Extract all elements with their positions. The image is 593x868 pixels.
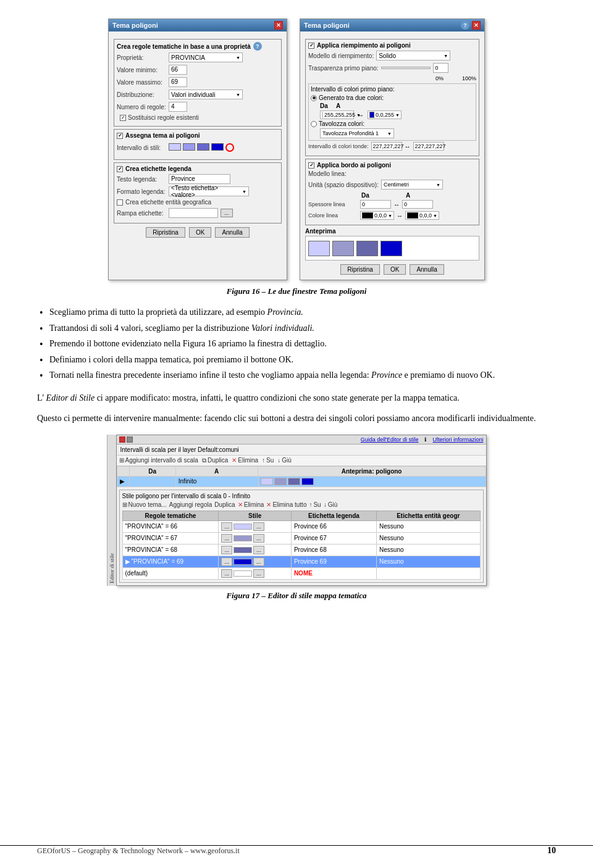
- fill-checkbox[interactable]: [308, 43, 314, 49]
- geo-66: Nessuno: [377, 520, 480, 532]
- scale-preview-cell: [258, 476, 486, 486]
- fill-section: Applica riempimento ai poligoni Modello …: [305, 39, 479, 156]
- editor-win-controls: [119, 436, 133, 443]
- left-ok-btn[interactable]: OK: [189, 227, 211, 238]
- left-dialog-buttons: Ripristina OK Annulla: [114, 227, 282, 238]
- a-color-input[interactable]: 0,0,255 ▼: [368, 111, 402, 119]
- scale-row[interactable]: ▶ Infinito: [117, 476, 486, 486]
- prop-select[interactable]: PROVINCIA ▼: [169, 52, 243, 62]
- dup-rule-btn[interactable]: Duplica: [214, 501, 235, 508]
- radio1-btn[interactable]: [311, 95, 317, 101]
- style-btn-67[interactable]: ...: [221, 534, 232, 543]
- legend-text-group: Testo legenda: Province: [117, 174, 279, 184]
- model-select[interactable]: Solido ▼: [376, 51, 450, 61]
- assign-checkbox[interactable]: [117, 133, 123, 139]
- info-link[interactable]: Ulteriori informazioni: [432, 436, 483, 443]
- border-title: Applica bordo ai poligoni: [308, 162, 476, 169]
- round-input2[interactable]: 227,227,227: [413, 142, 444, 151]
- style-btn-68[interactable]: ...: [221, 546, 232, 554]
- unit-group: Unità (spazio dispositivo): Centimetri ▼: [308, 180, 476, 190]
- style-66: ... ...: [219, 520, 291, 532]
- left-annulla-btn[interactable]: Annulla: [215, 227, 249, 238]
- transp-slider[interactable]: [381, 67, 431, 69]
- unit-select[interactable]: Centimetri ▼: [381, 180, 443, 190]
- ramp-label: Rampa etichette:: [117, 210, 166, 217]
- border-checkbox[interactable]: [308, 162, 314, 169]
- section-assign: Assegna tema ai poligoni Intervallo di s…: [114, 129, 282, 160]
- para2: Questo ci permette di intervenire manual…: [37, 412, 556, 425]
- guide-link[interactable]: Guida dell'Editor di stile: [361, 436, 419, 443]
- ramp-btn[interactable]: ...: [221, 209, 233, 217]
- style-edit-btn-default[interactable]: ...: [253, 569, 264, 578]
- preview-area: [305, 236, 479, 261]
- scale-table-body: ▶ Infinito: [117, 476, 486, 486]
- legend-checkbox[interactable]: [117, 166, 123, 172]
- replace-checkbox[interactable]: [120, 115, 126, 121]
- add-scale-btn[interactable]: ⊞ Aggiungi intervallo di scala: [119, 457, 198, 464]
- down-scale-btn[interactable]: ↓ Giù: [277, 457, 292, 464]
- fill-title: Applica riempimento ai poligoni: [308, 42, 476, 49]
- min-input[interactable]: 66: [169, 65, 187, 75]
- style-edit-btn-66[interactable]: ...: [253, 522, 264, 531]
- new-theme-btn[interactable]: ⊞ Nuovo tema...: [122, 501, 167, 508]
- dup-scale-btn[interactable]: ⧉ Duplica: [202, 457, 228, 464]
- figure-bottom: Editor di stile Guida dell'Editor di sti…: [37, 435, 556, 586]
- num-label: Numero di regole:: [117, 104, 166, 111]
- ramp-input[interactable]: [169, 208, 218, 218]
- thickness-input2[interactable]: 0: [402, 200, 433, 209]
- style-btn-69[interactable]: ...: [221, 557, 232, 566]
- legend-format-group: Formato legenda: <Testo etichetta> <valo…: [117, 186, 279, 196]
- up-scale-btn[interactable]: ↑ Su: [262, 457, 274, 464]
- down-rule-btn[interactable]: ↓ Giù: [324, 501, 338, 508]
- col-da: Da: [129, 466, 175, 476]
- up-rule-btn[interactable]: ↑ Su: [309, 501, 321, 508]
- geo-69: Nessuno: [377, 556, 480, 567]
- style-edit-btn-69[interactable]: ...: [253, 557, 264, 566]
- circle-button[interactable]: [225, 143, 234, 152]
- da-color-input[interactable]: 255,255,255 ▼: [320, 111, 354, 119]
- del-scale-btn[interactable]: ✕ Elimina: [232, 457, 258, 464]
- add-rule-btn[interactable]: Aggiungi regola: [169, 501, 212, 508]
- radio2-btn[interactable]: [311, 121, 317, 127]
- theme-row-67[interactable]: "PROVINCIA" = 67 ... ... Province 67: [122, 532, 480, 544]
- line-color-input1[interactable]: 0,0,0 ▼: [360, 211, 394, 220]
- editor-min-btn[interactable]: [127, 436, 133, 443]
- line-color-input2[interactable]: 0,0,0 ▼: [405, 211, 439, 220]
- left-dialog-close[interactable]: ✕: [274, 21, 283, 30]
- geo-checkbox[interactable]: [117, 199, 123, 206]
- right-ripristina-btn[interactable]: Ripristina: [340, 264, 380, 275]
- right-ok-btn[interactable]: OK: [384, 264, 406, 275]
- legend-text-input[interactable]: Province: [169, 174, 230, 184]
- preview-section: Anteprima: [305, 228, 479, 261]
- legend-format-arrow: ▼: [242, 190, 246, 194]
- num-input[interactable]: 4: [169, 102, 187, 112]
- dist-select[interactable]: Valori individuali ▼: [169, 90, 243, 99]
- help-icon[interactable]: ?: [253, 42, 262, 51]
- editor-close-btn[interactable]: [119, 436, 125, 443]
- style-edit-btn-67[interactable]: ...: [253, 534, 264, 543]
- del-rule-btn[interactable]: ✕ Elimina: [238, 501, 264, 508]
- theme-row-69[interactable]: ▶ "PROVINCIA" = 69 ... ...: [122, 556, 480, 567]
- max-input[interactable]: 69: [169, 77, 187, 87]
- label-68: Province 68: [291, 544, 376, 556]
- left-ripristina-btn[interactable]: Ripristina: [146, 227, 185, 238]
- editor-top-links: Guida dell'Editor di stile ℹ Ulteriori i…: [135, 436, 484, 443]
- palette-select[interactable]: Tavolozza Profondità 1 ▼: [320, 128, 394, 138]
- theme-row-66[interactable]: "PROVINCIA" = 66 ... ... Province 66: [122, 520, 480, 532]
- round-input1[interactable]: 227,227,227: [371, 142, 402, 151]
- right-annulla-btn[interactable]: Annulla: [410, 264, 444, 275]
- right-dialog-buttons: Ripristina OK Annulla: [305, 264, 479, 275]
- style-btn-66[interactable]: ...: [221, 522, 232, 531]
- thickness-input1[interactable]: 0: [360, 200, 391, 209]
- transp-input[interactable]: 0: [433, 63, 448, 73]
- legend-format-select[interactable]: <Testo etichetta> <valore> ▼: [169, 186, 249, 196]
- style-btn-default[interactable]: ...: [221, 569, 232, 578]
- theme-row-68[interactable]: "PROVINCIA" = 68 ... ... Province 68: [122, 544, 480, 556]
- style-edit-btn-68[interactable]: ...: [253, 546, 264, 554]
- right-help-btn[interactable]: ?: [461, 21, 469, 30]
- theme-col-label: Etichetta legenda: [291, 511, 376, 520]
- theme-row-default[interactable]: (default) ... ... NOME: [122, 567, 480, 579]
- del-all-rule-btn[interactable]: ✕ Elimina tutto: [266, 501, 306, 508]
- right-dialog-close[interactable]: ✕: [472, 21, 481, 30]
- swatch-2: [183, 143, 195, 151]
